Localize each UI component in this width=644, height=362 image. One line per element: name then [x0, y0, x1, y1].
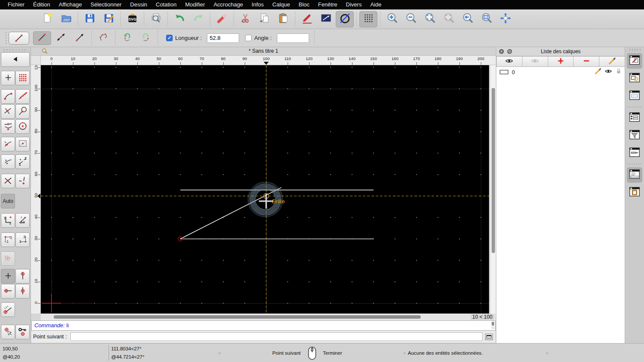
- menu-item[interactable]: Fichier: [3, 0, 29, 9]
- dock-block-list-button[interactable]: [627, 71, 642, 86]
- restrict-angle-button[interactable]: [1, 154, 15, 169]
- edit-layer-icon[interactable]: [594, 67, 602, 77]
- menu-item[interactable]: Divers: [342, 0, 366, 9]
- zoom-in-button[interactable]: [383, 11, 401, 27]
- menu-item[interactable]: Sélectionner: [86, 0, 126, 9]
- snap-tangent-button[interactable]: [15, 104, 30, 119]
- save-button[interactable]: [81, 11, 99, 27]
- line-vector-button[interactable]: [71, 31, 89, 45]
- dock-clipboard-button[interactable]: [627, 185, 642, 200]
- snap-distance-button[interactable]: [15, 137, 30, 151]
- snap-endpoint-button[interactable]: [1, 89, 15, 104]
- zoom-pan-button[interactable]: [496, 11, 514, 27]
- ref-point-order-alt-button[interactable]: 12: [15, 232, 30, 247]
- undo-button[interactable]: [170, 11, 188, 27]
- copy-button[interactable]: [255, 11, 273, 27]
- menu-item[interactable]: Aide: [366, 0, 386, 9]
- angle-checkbox[interactable]: [245, 35, 252, 41]
- cad-canvas[interactable]: Grille: [41, 65, 489, 314]
- angle-input[interactable]: [277, 33, 309, 43]
- toolbar-drag-handle[interactable]: [5, 32, 7, 45]
- auto-snap-button[interactable]: Auto: [1, 194, 15, 208]
- menu-item[interactable]: Édition: [29, 0, 55, 9]
- menu-item[interactable]: Dessin: [126, 0, 152, 9]
- menu-item[interactable]: Modifier: [181, 0, 209, 9]
- lock-relative-zero-button[interactable]: [15, 325, 30, 339]
- zoom-window-button[interactable]: [477, 11, 495, 27]
- draft-mode-toggle[interactable]: [336, 11, 354, 27]
- dock-pen-wizard-button[interactable]: [627, 145, 642, 161]
- command-scrollbar[interactable]: [492, 322, 494, 329]
- sidebar-drag-handle[interactable]: [3, 49, 28, 51]
- horizontal-scrollbar-thumb[interactable]: [54, 315, 421, 319]
- zoom-redraw-button[interactable]: [459, 11, 477, 27]
- open-file-button[interactable]: [57, 11, 75, 27]
- set-relative-zero-button[interactable]: [1, 325, 15, 339]
- show-all-layers-button[interactable]: [496, 56, 522, 67]
- layer-visibility-icon[interactable]: [605, 67, 612, 77]
- snap-selected-button[interactable]: [1, 251, 15, 266]
- restrict-horizontal-button[interactable]: [1, 284, 15, 299]
- delete-selected-button[interactable]: [213, 11, 231, 27]
- document-title[interactable]: * Sans titre 1: [31, 48, 496, 54]
- line-attributes-button[interactable]: [317, 11, 335, 27]
- redo-segment-button[interactable]: [137, 31, 155, 45]
- undo-segment-button[interactable]: [118, 31, 136, 45]
- export-svg-button[interactable]: SVG: [123, 11, 141, 27]
- menu-item[interactable]: Cotation: [152, 0, 181, 9]
- zoom-previous-button[interactable]: [440, 11, 458, 27]
- snap-exclusive-button[interactable]: [15, 174, 30, 188]
- keyboard-focus-button[interactable]: [485, 334, 493, 340]
- menu-item[interactable]: Bloc: [294, 0, 313, 9]
- layer-row[interactable]: 0: [496, 67, 625, 77]
- coordinate-polar-button[interactable]: ra: [15, 213, 30, 228]
- dock-view-list-button[interactable]: [627, 110, 642, 126]
- line-angle-button[interactable]: [52, 31, 70, 45]
- polyline-button[interactable]: [94, 31, 112, 45]
- dock-command-line-button[interactable]: [627, 167, 642, 183]
- remove-layer-button[interactable]: [574, 56, 599, 67]
- angle-snap-button[interactable]: [1, 302, 15, 317]
- snap-grid-button[interactable]: [15, 71, 30, 85]
- menu-item[interactable]: Infos: [247, 0, 268, 9]
- paste-button[interactable]: [274, 11, 292, 27]
- new-document-button[interactable]: [38, 11, 56, 27]
- snap-nearest-button[interactable]: [1, 137, 15, 151]
- dock-layer-list-button[interactable]: [627, 53, 642, 69]
- cut-button[interactable]: [237, 11, 255, 27]
- ref-point-order-button[interactable]: 12: [1, 232, 15, 247]
- length-input[interactable]: [207, 33, 239, 43]
- snap-intersection-manual-button[interactable]: [1, 174, 15, 188]
- attributes-pen-button[interactable]: [298, 11, 316, 27]
- menu-item[interactable]: Accrochage: [209, 0, 247, 9]
- snap-intersection-button[interactable]: [1, 104, 15, 119]
- edit-layer-button[interactable]: [599, 56, 625, 67]
- dock-filter-button[interactable]: [627, 128, 642, 143]
- hide-all-layers-button[interactable]: [522, 56, 548, 67]
- redo-button[interactable]: [189, 11, 207, 27]
- add-layer-button[interactable]: [548, 56, 574, 67]
- menu-item[interactable]: Calque: [268, 0, 294, 9]
- restrict-angle-steps-button[interactable]: 12: [15, 154, 30, 169]
- restrict-vertical-button[interactable]: [15, 284, 30, 299]
- snap-middle-button[interactable]: [1, 119, 15, 134]
- print-preview-button[interactable]: [147, 11, 165, 27]
- snap-center-button[interactable]: [15, 119, 30, 134]
- zoom-out-button[interactable]: [402, 11, 420, 27]
- line-two-points-button[interactable]: [33, 31, 51, 45]
- layer-lock-icon[interactable]: [615, 67, 623, 77]
- vertical-scrollbar-thumb[interactable]: [492, 88, 495, 253]
- command-history[interactable]: Commande: li: [31, 320, 495, 331]
- zoom-auto-button[interactable]: [421, 11, 439, 27]
- dock-library-button[interactable]: [627, 88, 642, 104]
- snap-on-entity-button[interactable]: [15, 89, 30, 104]
- grid-toggle[interactable]: [359, 11, 377, 27]
- length-checkbox[interactable]: ✓: [166, 35, 173, 41]
- menu-item[interactable]: Fenêtre: [314, 0, 342, 9]
- menu-item[interactable]: Affichage: [55, 0, 86, 9]
- restrict-orthogonal-button[interactable]: [15, 269, 30, 284]
- coordinate-cartesian-button[interactable]: yx: [1, 213, 15, 228]
- dock-drag-handle[interactable]: [629, 48, 641, 51]
- sidebar-collapse-button[interactable]: [1, 52, 30, 67]
- save-as-button[interactable]: [100, 11, 118, 27]
